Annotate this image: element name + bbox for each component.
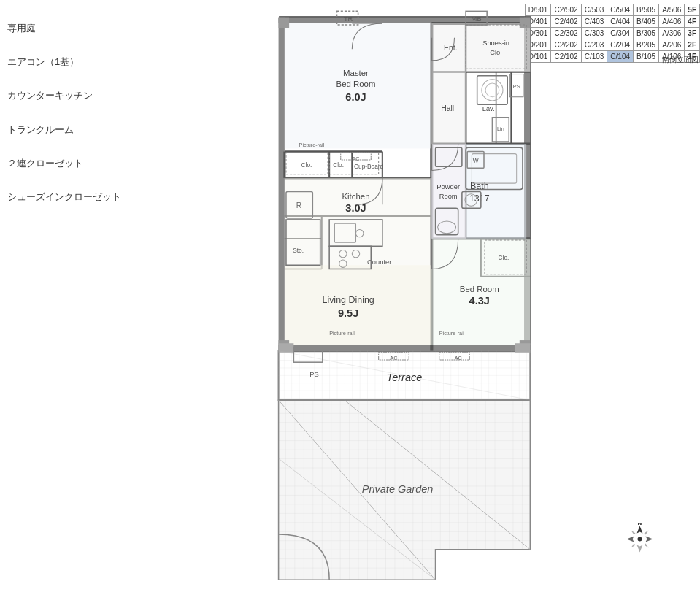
- svg-marker-97: [645, 531, 649, 535]
- r-label: R: [296, 201, 302, 209]
- bath-size: 1317: [469, 193, 490, 204]
- svg-point-66: [482, 80, 503, 101]
- ps-label: PS: [309, 371, 318, 378]
- svg-marker-95: [646, 537, 653, 542]
- legend-item-5: ２連クローゼット: [7, 157, 153, 170]
- clo3-label: Clo.: [499, 254, 509, 261]
- svg-marker-100: [631, 544, 636, 548]
- svg-point-67: [485, 83, 499, 97]
- unit-a506: A/506: [659, 4, 685, 16]
- svg-marker-93: [637, 526, 643, 534]
- svg-rect-11: [279, 345, 531, 350]
- lin-label: Lin: [497, 126, 504, 132]
- ac3-label: AC: [455, 355, 462, 361]
- svg-marker-99: [645, 544, 649, 548]
- floor-3f: 3F: [685, 28, 700, 39]
- shoes-label: Shoes-in: [482, 39, 509, 47]
- picture-rail-2: Picture-rail: [439, 330, 465, 337]
- unit-a306: A/306: [659, 28, 685, 39]
- ent-label: Ent.: [444, 44, 457, 52]
- svg-rect-46: [431, 144, 466, 239]
- legend-item-4: トランクルーム: [7, 123, 153, 137]
- svg-text:N: N: [638, 523, 642, 526]
- master-bed-label: Master: [343, 69, 369, 77]
- powder-label: Powder: [436, 183, 460, 191]
- tr-label: TR: [344, 15, 353, 23]
- unit-a206: A/206: [659, 39, 685, 51]
- master-bed-label2: Bed Room: [336, 80, 376, 88]
- sto1-label: Sto.: [293, 247, 304, 254]
- clo2-label: Clo.: [333, 161, 344, 169]
- floor-4f: 4F: [685, 16, 700, 28]
- floor-5f: 5F: [685, 4, 700, 16]
- compass: N: [623, 523, 656, 556]
- ld-size: 9.5J: [338, 307, 358, 319]
- powder-label2: Room: [439, 193, 458, 200]
- terrace-label: Terrace: [387, 372, 423, 383]
- ac1-label: AC: [352, 155, 359, 162]
- south-elevation-label: 南側立面図: [662, 55, 699, 65]
- mb-label: MB: [472, 15, 482, 23]
- svg-point-101: [638, 537, 642, 542]
- legend-panel: 専用庭 エアコン（1基） カウンターキッチン トランクルーム ２連クローゼット …: [7, 22, 153, 224]
- bedroom-size: 4.3J: [469, 295, 490, 307]
- svg-marker-98: [631, 531, 636, 535]
- picture-rail-3: Picture-rail: [299, 142, 325, 148]
- ps-top-label: PS: [513, 83, 520, 90]
- svg-rect-8: [279, 18, 285, 351]
- svg-marker-94: [637, 545, 643, 553]
- ld-label: Living Dining: [322, 295, 374, 305]
- compass-svg: N: [623, 523, 656, 556]
- legend-item-2: エアコン（1基）: [7, 55, 153, 69]
- svg-rect-73: [279, 18, 290, 28]
- lav-label: Lav.: [482, 105, 495, 112]
- master-bed-size: 6.0J: [345, 91, 366, 103]
- kitchen-label: Kitchen: [342, 192, 369, 201]
- svg-marker-96: [627, 537, 634, 542]
- w-label: W: [473, 157, 479, 164]
- private-garden-label: Private Garden: [362, 483, 434, 495]
- svg-rect-78: [515, 343, 531, 352]
- legend-item-3: カウンターキッチン: [7, 89, 153, 102]
- legend-item-1: 専用庭: [7, 22, 153, 35]
- cupboard-label: Cup-Board: [354, 163, 384, 170]
- svg-rect-77: [279, 343, 294, 352]
- bedroom-label: Bed Room: [460, 285, 499, 293]
- clo1-label: Clo.: [301, 161, 312, 169]
- svg-rect-74: [520, 18, 531, 28]
- floorplan-svg: Terrace Private Garden: [157, 4, 653, 592]
- shoes-clo-label: Clo.: [490, 49, 502, 56]
- hall-label: Hall: [441, 104, 454, 112]
- legend-item-6: シューズインクローゼット: [7, 191, 153, 204]
- floorplan-container: Terrace Private Garden: [157, 4, 653, 592]
- picture-rail-1: Picture-rail: [329, 330, 355, 337]
- unit-a406: A/406: [659, 16, 685, 28]
- floor-2f: 2F: [685, 39, 700, 51]
- ac2-label: AC: [390, 355, 397, 361]
